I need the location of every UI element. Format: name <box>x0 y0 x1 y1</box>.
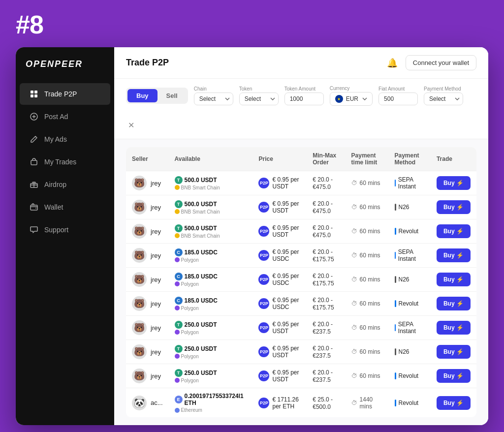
table-wrapper: Seller Available Price Min-Max Order Pay… <box>114 139 488 425</box>
seller-cell: 🐻 jrey <box>126 219 169 244</box>
currency-filter: Currency ★ EUR <box>330 86 373 106</box>
buy-button[interactable]: Buy ⚡ <box>437 248 471 262</box>
buy-button[interactable]: Buy ⚡ <box>437 200 471 214</box>
payment-method-value: Revolut <box>399 372 419 379</box>
price-value: € 0.95 per USDC <box>272 273 301 286</box>
available-cell: T 250.0 USDT Polygon <box>169 364 253 388</box>
chain-name: Ethereum <box>181 407 202 413</box>
min-max-value: € 20.0 - €175.75 <box>313 273 334 287</box>
buy-button[interactable]: Buy ⚡ <box>437 176 471 190</box>
sidebar-item-my-ads[interactable]: My Ads <box>20 128 110 150</box>
clock-icon: ⏱ <box>351 180 357 186</box>
seller-cell: 🐻 jrey <box>126 268 169 292</box>
token-select[interactable]: Select <box>239 93 279 105</box>
buy-button[interactable]: Buy ⚡ <box>437 321 471 335</box>
chain-name: Polygon <box>181 354 199 359</box>
svg-rect-2 <box>31 94 33 97</box>
token-amount-filter: Token Amount <box>284 86 324 105</box>
buy-button[interactable]: Buy ⚡ <box>437 396 471 410</box>
chain-name: BNB Smart Chain <box>181 185 220 190</box>
method-bar <box>395 180 396 186</box>
buy-button[interactable]: Buy ⚡ <box>437 369 471 383</box>
min-max-value: € 20.0 - €237.5 <box>313 345 333 359</box>
table-row: 🐻 jrey C 185.0 USDC Polygon P2P € 0.95 p… <box>126 244 476 268</box>
sidebar-item-wallet[interactable]: Wallet <box>20 196 110 218</box>
available-cell: T 250.0 USDT Polygon <box>169 340 253 364</box>
payment-time-cell: ⏱ 60 mins <box>346 244 389 268</box>
payment-method-select[interactable]: Select <box>424 93 463 105</box>
available-cell: T 250.0 USDT Polygon <box>169 316 253 340</box>
buy-button[interactable]: Buy ⚡ <box>437 224 471 238</box>
sidebar-item-post-ad[interactable]: Post Ad <box>20 106 110 127</box>
notifications-button[interactable]: 🔔 <box>387 58 398 68</box>
token-icon: C <box>175 297 183 305</box>
eur-flag: ★ <box>335 95 343 103</box>
method-bar <box>395 204 396 211</box>
buy-button[interactable]: Buy ⚡ <box>437 273 471 286</box>
min-max-cell: € 20.0 - €475.0 <box>307 195 345 219</box>
seller-name: jrey <box>151 324 161 332</box>
wallet-icon <box>30 203 38 212</box>
buy-button[interactable]: Buy ⚡ <box>437 297 471 310</box>
clear-filters-button[interactable]: ✕ <box>126 119 136 132</box>
price-cell: P2P € 0.95 per USDC <box>252 244 307 268</box>
payment-method-cell: Revolut <box>389 364 431 388</box>
sidebar-item-my-trades[interactable]: My Trades <box>20 151 110 173</box>
chain-dot <box>175 378 180 383</box>
clock-icon: ⏱ <box>351 348 357 355</box>
avatar: 🐻 <box>132 344 147 359</box>
buy-button[interactable]: Buy ⚡ <box>437 345 471 359</box>
token-amount-input[interactable] <box>284 93 324 105</box>
page-number: #8 <box>16 10 488 39</box>
available-cell: T 500.0 USDT BNB Smart Chain <box>169 219 253 244</box>
chain-select[interactable]: Select <box>194 93 233 105</box>
svg-point-8 <box>35 208 36 209</box>
trade-cell: Buy ⚡ <box>431 316 476 340</box>
sidebar-item-support[interactable]: Support <box>20 219 110 241</box>
trade-cell: Buy ⚡ <box>431 244 476 268</box>
chain-dot <box>175 408 180 413</box>
svg-rect-5 <box>31 160 37 165</box>
payment-time-cell: ⏱ 60 mins <box>346 219 389 244</box>
chain-dot <box>175 281 180 286</box>
chain-name: Polygon <box>181 330 199 335</box>
min-max-value: € 20.0 - €175.75 <box>313 297 334 311</box>
sell-tab[interactable]: Sell <box>158 89 187 102</box>
payment-time-value: 60 mins <box>360 348 380 355</box>
clock-icon: ⏱ <box>351 300 357 307</box>
available-cell: T 500.0 USDT BNB Smart Chain <box>169 171 253 195</box>
fiat-amount-input[interactable] <box>378 93 418 105</box>
token-amount-value: 250.0 USDT <box>185 345 217 352</box>
payment-method-value: N26 <box>399 276 410 283</box>
buy-tab[interactable]: Buy <box>127 89 158 102</box>
col-price: Price <box>252 147 307 171</box>
sidebar-item-trade-p2p[interactable]: Trade P2P <box>20 83 110 105</box>
avatar: 🐼 <box>132 396 147 410</box>
avatar: 🐻 <box>132 296 147 311</box>
token-filter: Token Select <box>239 86 279 105</box>
payment-time-cell: ⏱ 60 mins <box>346 364 389 388</box>
price-value: € 0.95 per USDC <box>272 297 301 310</box>
connect-wallet-button[interactable]: Connect your wallet <box>406 55 476 70</box>
sidebar-item-label: Trade P2P <box>44 90 77 98</box>
token-icon: E <box>175 396 183 403</box>
available-cell: T 500.0 USDT BNB Smart Chain <box>169 195 253 219</box>
payment-time-cell: ⏱ 60 mins <box>346 340 389 364</box>
price-value: € 0.95 per USDT <box>272 321 301 335</box>
payment-time-cell: ⏱ 60 mins <box>346 268 389 292</box>
token-amount-value: 0.200197175533724l1 ETH <box>185 393 247 406</box>
table-row: 🐻 jrey T 500.0 USDT BNB Smart Chain P2P … <box>126 219 476 244</box>
available-cell: C 185.0 USDC Polygon <box>169 268 253 292</box>
price-icon: P2P <box>258 398 269 408</box>
payment-method-value: N26 <box>399 348 410 355</box>
trade-cell: Buy ⚡ <box>431 292 476 316</box>
token-amount-value: 500.0 USDT <box>185 225 217 232</box>
seller-name: jrey <box>151 252 161 259</box>
payment-time-cell: ⏱ 60 mins <box>346 171 389 195</box>
col-payment-method: Payment Method <box>389 147 431 171</box>
payment-method-cell: N26 <box>389 268 431 292</box>
currency-select-wrapper[interactable]: ★ EUR <box>330 92 373 106</box>
col-available: Available <box>169 147 253 171</box>
payment-time-cell: ⏱ 60 mins <box>346 195 389 219</box>
sidebar-item-airdrop[interactable]: Airdrop <box>20 174 110 195</box>
